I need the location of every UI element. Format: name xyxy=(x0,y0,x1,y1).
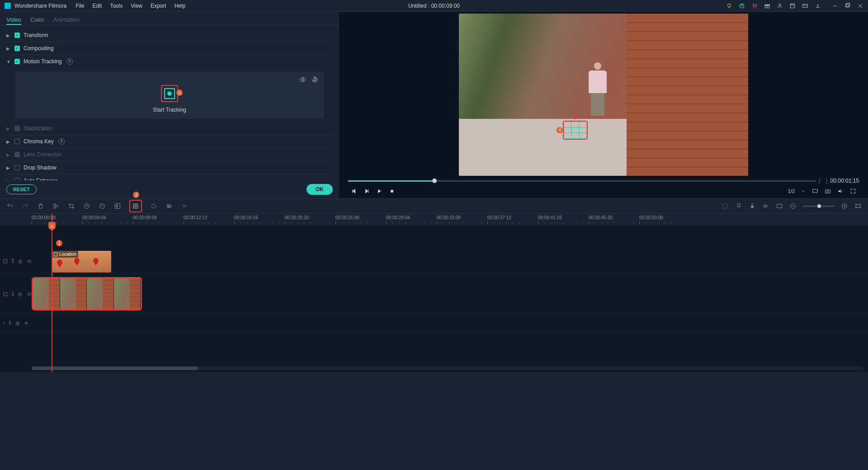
menu-tools[interactable]: Tools xyxy=(110,3,123,9)
prop-motion-tracking[interactable]: ▼ Motion Tracking ? xyxy=(6,55,333,68)
adjust-icon[interactable] xyxy=(165,202,173,210)
audio-icon[interactable] xyxy=(181,202,188,210)
chevron-right-icon[interactable]: ▶ xyxy=(6,139,11,144)
redo-icon[interactable] xyxy=(22,202,29,210)
delete-icon[interactable] xyxy=(37,202,44,210)
checkbox-drop-shadow[interactable] xyxy=(14,165,20,170)
view-icon[interactable] xyxy=(776,202,783,210)
menu-view[interactable]: View xyxy=(131,3,142,9)
chevron-down-icon[interactable]: ▼ xyxy=(6,59,11,64)
bracket-left-icon[interactable]: { xyxy=(819,178,821,184)
green-screen-icon[interactable] xyxy=(114,202,121,210)
reset-button[interactable]: RESET xyxy=(6,184,37,194)
zoom-fit-icon[interactable] xyxy=(854,202,862,210)
volume-icon[interactable] xyxy=(837,188,844,194)
tab-animation[interactable]: Animation xyxy=(53,16,80,25)
keyframe-icon[interactable] xyxy=(150,202,157,210)
speed-icon[interactable] xyxy=(83,202,90,210)
prop-stabilization[interactable]: ▶ Stabilization xyxy=(6,122,333,135)
scrollbar-thumb[interactable] xyxy=(32,367,198,370)
eye-icon[interactable] xyxy=(27,258,32,264)
menu-export[interactable]: Export xyxy=(151,3,166,9)
clip-location[interactable]: Location xyxy=(52,251,111,273)
preview-scrubber[interactable]: { } 00:00:01:15 xyxy=(348,178,859,184)
zoom-in-icon[interactable] xyxy=(841,202,848,210)
prop-chroma-key[interactable]: ▶ Chroma Key ? xyxy=(6,135,333,148)
checkbox-lens-correction[interactable] xyxy=(14,152,20,157)
checkbox-motion-tracking[interactable] xyxy=(14,59,20,64)
voiceover-icon[interactable] xyxy=(749,202,756,210)
marker-icon[interactable] xyxy=(735,202,742,210)
menu-edit[interactable]: Edit xyxy=(93,3,102,9)
ok-button[interactable]: OK xyxy=(307,184,333,195)
timeline-scrollbar[interactable] xyxy=(32,367,863,370)
tab-video[interactable]: Video xyxy=(6,16,21,25)
motion-tracking-tool[interactable]: 3 xyxy=(129,200,142,212)
chevron-right-icon[interactable]: ▶ xyxy=(6,152,11,157)
checkbox-stabilization[interactable] xyxy=(14,126,20,131)
scrub-handle[interactable] xyxy=(432,179,437,183)
crop-icon[interactable] xyxy=(68,202,75,210)
display-icon[interactable] xyxy=(812,188,818,194)
prop-compositing[interactable]: ▶ Compositing xyxy=(6,42,333,55)
help-icon[interactable]: ? xyxy=(58,138,65,145)
reset-icon[interactable] xyxy=(311,76,318,83)
eye-icon[interactable] xyxy=(299,76,307,83)
checkbox-transform[interactable] xyxy=(14,33,20,38)
fullscreen-icon[interactable] xyxy=(850,188,856,194)
checkbox-compositing[interactable] xyxy=(14,46,20,51)
snapshot-icon[interactable] xyxy=(825,188,831,194)
mixer-icon[interactable] xyxy=(762,202,769,210)
checkbox-chroma-key[interactable] xyxy=(14,139,20,144)
mail-icon[interactable] xyxy=(802,3,808,9)
document-title: Untitled : 00:00:09:00 xyxy=(408,3,460,9)
stop-icon[interactable] xyxy=(389,188,395,194)
save-icon[interactable] xyxy=(789,3,796,9)
minimize-icon[interactable] xyxy=(832,3,838,9)
gift-icon[interactable] xyxy=(764,3,770,9)
maximize-icon[interactable] xyxy=(844,3,851,9)
user-icon[interactable] xyxy=(777,3,783,9)
prop-drop-shadow[interactable]: ▶ Drop Shadow xyxy=(6,161,333,174)
eye-icon[interactable] xyxy=(27,291,32,297)
zoom-out-icon[interactable] xyxy=(789,202,797,210)
menu-file[interactable]: File xyxy=(75,3,84,9)
timeline-ruler[interactable]: 00:00:00:0000:00:04:0400:00:08:0800:00:1… xyxy=(0,214,868,226)
mute-icon[interactable] xyxy=(24,320,29,326)
playhead[interactable]: 1 xyxy=(52,214,52,372)
start-tracking-button[interactable]: 5 xyxy=(161,85,178,102)
lock-icon[interactable] xyxy=(18,291,23,297)
close-icon[interactable] xyxy=(857,3,863,9)
chevron-down-icon[interactable] xyxy=(801,188,806,194)
render-icon[interactable] xyxy=(722,202,729,210)
chevron-right-icon[interactable]: ▶ xyxy=(6,46,11,51)
next-frame-icon[interactable] xyxy=(363,188,370,194)
clip-video[interactable]: Sample Vid... 2 xyxy=(32,277,142,310)
cart-icon[interactable] xyxy=(751,3,758,9)
lock-icon[interactable] xyxy=(18,258,23,264)
download-icon[interactable] xyxy=(815,3,821,9)
menu-help[interactable]: Help xyxy=(175,3,186,9)
chevron-right-icon[interactable]: ▶ xyxy=(6,126,11,131)
preview-viewport[interactable]: 4 xyxy=(459,14,748,176)
color-icon[interactable] xyxy=(99,202,106,210)
undo-icon[interactable] xyxy=(6,202,14,210)
tracking-target-overlay[interactable]: 4 xyxy=(563,121,588,140)
support-icon[interactable] xyxy=(739,3,745,9)
bracket-right-icon[interactable]: } xyxy=(826,178,828,184)
chevron-right-icon[interactable]: ▶ xyxy=(6,165,11,170)
split-icon[interactable] xyxy=(52,202,60,210)
zoom-slider[interactable] xyxy=(803,206,835,207)
preview-ratio[interactable]: 1/2 xyxy=(788,188,795,194)
prev-frame-icon[interactable] xyxy=(351,188,357,194)
play-icon[interactable] xyxy=(376,188,382,194)
playhead-scissors-icon[interactable] xyxy=(48,222,56,230)
chevron-right-icon[interactable]: ▶ xyxy=(6,33,11,38)
prop-auto-enhance[interactable]: ▶ Auto Enhance xyxy=(6,174,333,180)
idea-icon[interactable] xyxy=(726,3,732,9)
prop-lens-correction[interactable]: ▶ Lens Correction xyxy=(6,148,333,161)
lock-icon[interactable] xyxy=(15,320,20,326)
help-icon[interactable]: ? xyxy=(66,58,73,65)
tab-color[interactable]: Color xyxy=(30,16,44,25)
prop-transform[interactable]: ▶ Transform xyxy=(6,29,333,42)
